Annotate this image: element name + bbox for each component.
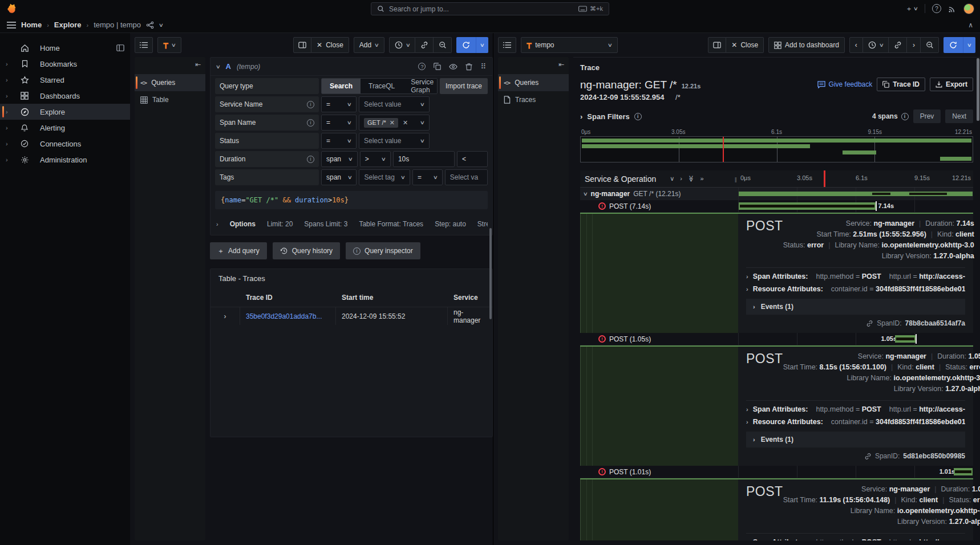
span-bar[interactable] bbox=[739, 202, 876, 210]
info-icon[interactable]: i bbox=[634, 113, 642, 120]
left-sidebar-queries[interactable]: <> Queries bbox=[135, 74, 205, 91]
info-icon[interactable]: i bbox=[901, 113, 909, 120]
sidebar-item-starred[interactable]: › Starred bbox=[0, 72, 130, 88]
share-icon[interactable] bbox=[146, 21, 154, 29]
copy-link-button[interactable] bbox=[889, 37, 907, 53]
span-attributes-toggle[interactable]: ›Span Attributes: http.method = POST htt… bbox=[746, 272, 965, 280]
trace-id-button[interactable]: Trace ID bbox=[877, 78, 925, 91]
clear-select-icon[interactable]: ✕ bbox=[403, 119, 408, 127]
close-pane-button[interactable]: ✕ Close bbox=[311, 37, 349, 53]
link-icon[interactable] bbox=[866, 320, 873, 327]
run-interval-chevron[interactable]: ∨ bbox=[476, 37, 488, 53]
expand-one-icon[interactable]: › bbox=[680, 175, 682, 182]
sidebar-item-connections[interactable]: › Connections bbox=[0, 136, 130, 152]
expand-chevron-icon[interactable]: › bbox=[6, 124, 16, 131]
right-pane-scrollbar[interactable] bbox=[977, 58, 979, 121]
split-pane-button[interactable] bbox=[708, 37, 726, 53]
events-toggle[interactable]: ›Events (1) bbox=[746, 299, 965, 315]
import-trace-button[interactable]: Import trace bbox=[440, 78, 488, 94]
span-row[interactable]: !POST (1.01s) 1.01s bbox=[580, 466, 973, 478]
duration-max-operator-select[interactable]: < bbox=[457, 151, 488, 167]
prev-span-button[interactable]: Prev bbox=[913, 109, 941, 123]
breadcrumb-explore[interactable]: Explore bbox=[54, 21, 82, 29]
query-history-button[interactable]: Query history bbox=[273, 242, 340, 259]
collapse-chrome-icon[interactable]: ∧ bbox=[968, 21, 973, 29]
dock-menu-icon[interactable] bbox=[116, 44, 124, 52]
tab-search[interactable]: Search bbox=[322, 79, 361, 93]
sidebar-item-home[interactable]: Home bbox=[0, 40, 130, 56]
duration-value-input[interactable]: 10s bbox=[393, 151, 455, 167]
expand-chevron-icon[interactable]: › bbox=[6, 108, 16, 115]
sidebar-item-alerting[interactable]: › Alerting bbox=[0, 120, 130, 136]
expand-all-icon[interactable]: » bbox=[700, 175, 704, 182]
root-span-bar[interactable] bbox=[739, 192, 973, 196]
duration-scope-select[interactable]: span∨ bbox=[321, 151, 358, 167]
span-row[interactable]: !POST (7.14s) 7.14s bbox=[580, 200, 973, 213]
run-interval-chevron[interactable]: ∨ bbox=[963, 37, 975, 53]
add-query-button[interactable]: ＋Add query bbox=[210, 242, 267, 259]
query-help-icon[interactable]: ? bbox=[418, 63, 426, 70]
right-sidebar-queries[interactable]: <> Queries bbox=[498, 74, 569, 91]
trace-id-link[interactable]: 35be0f3d29a01adda7b... bbox=[246, 312, 322, 320]
collapse-one-icon[interactable]: ∨ bbox=[670, 175, 674, 182]
column-resize-handle[interactable]: ∥ bbox=[735, 177, 738, 182]
time-shift-forward-button[interactable]: › bbox=[907, 37, 921, 53]
span-bar[interactable] bbox=[895, 335, 915, 343]
zoom-out-button[interactable] bbox=[921, 37, 939, 53]
remove-chip-icon[interactable]: ✕ bbox=[390, 119, 395, 127]
breadcrumb-home[interactable]: Home bbox=[21, 21, 42, 29]
status-operator-select[interactable]: =∨ bbox=[321, 133, 357, 149]
events-toggle[interactable]: ›Events (1) bbox=[746, 432, 965, 448]
resource-attributes-toggle[interactable]: ›Resource Attributes: container.id = 304… bbox=[746, 418, 965, 426]
sidebar-item-explore[interactable]: › Explore bbox=[0, 104, 130, 120]
left-pane-scrollbar[interactable] bbox=[489, 228, 492, 319]
add-dropdown-button[interactable]: Add∨ bbox=[354, 37, 384, 53]
service-name-operator-select[interactable]: =∨ bbox=[321, 96, 357, 112]
time-shift-back-button[interactable]: ‹ bbox=[849, 37, 863, 53]
trace-minimap[interactable]: 0μs 3.05s 6.1s 9.15s 12.21s bbox=[580, 129, 973, 162]
next-span-button[interactable]: Next bbox=[945, 109, 973, 123]
status-value-select[interactable]: Select value∨ bbox=[359, 133, 430, 149]
sidebar-item-dashboards[interactable]: › Dashboards bbox=[0, 88, 130, 104]
query-inspector-button[interactable]: iQuery inspector bbox=[346, 242, 420, 259]
tags-value-select[interactable]: Select va bbox=[445, 169, 488, 185]
remove-query-trash-icon[interactable] bbox=[465, 63, 472, 71]
info-icon[interactable]: i bbox=[307, 119, 314, 127]
span-attributes-toggle[interactable]: ›Span Attributes: http.method = POST htt… bbox=[746, 405, 965, 413]
breadcrumb-chevron-down-icon[interactable]: ∨ bbox=[159, 22, 164, 28]
span-bar[interactable] bbox=[954, 468, 973, 475]
span-filters-toggle[interactable]: › Span Filters i bbox=[580, 112, 642, 121]
query-options-row[interactable]: › Options Limit: 20 Spans Limit: 3 Table… bbox=[215, 215, 488, 229]
grafana-logo-icon[interactable] bbox=[6, 3, 17, 14]
mega-menu-icon[interactable] bbox=[7, 22, 16, 29]
sidebar-item-bookmarks[interactable]: › Bookmarks bbox=[0, 56, 130, 72]
tab-traceql[interactable]: TraceQL bbox=[361, 79, 403, 93]
tags-operator-select[interactable]: =∨ bbox=[412, 169, 443, 185]
span-name-operator-select[interactable]: =∨ bbox=[321, 115, 357, 131]
collapse-query-icon[interactable]: ∨ bbox=[216, 64, 221, 70]
expand-chevron-icon[interactable]: › bbox=[6, 140, 16, 147]
add-to-dashboard-button[interactable]: Add to dashboard bbox=[768, 37, 845, 53]
zoom-out-button[interactable] bbox=[434, 37, 452, 53]
right-sidebar-traces[interactable]: Traces bbox=[498, 91, 569, 108]
expand-chevron-icon[interactable]: › bbox=[6, 60, 16, 67]
tags-key-select[interactable]: Select tag∨ bbox=[359, 169, 410, 185]
sidebar-item-administration[interactable]: › Administration bbox=[0, 152, 130, 168]
collapse-children-icon[interactable]: ∨ bbox=[583, 191, 588, 197]
help-icon[interactable]: ? bbox=[932, 4, 941, 13]
copy-link-button[interactable] bbox=[415, 37, 434, 53]
service-name-value-select[interactable]: Select value∨ bbox=[359, 96, 430, 112]
resource-attributes-toggle[interactable]: ›Resource Attributes: container.id = 304… bbox=[746, 285, 965, 293]
span-name-value-select[interactable]: GET /*✕ ✕∨ bbox=[359, 115, 430, 131]
span-attributes-toggle[interactable]: ›Span Attributes: http.method = POST htt… bbox=[746, 538, 965, 540]
expand-chevron-icon[interactable]: › bbox=[6, 92, 16, 99]
query-rows-list-button[interactable] bbox=[135, 37, 153, 53]
info-icon[interactable]: i bbox=[307, 156, 314, 163]
split-pane-button[interactable] bbox=[293, 37, 311, 53]
export-button[interactable]: Export bbox=[930, 78, 973, 91]
news-icon[interactable] bbox=[948, 5, 957, 13]
tags-scope-select[interactable]: span∨ bbox=[321, 169, 357, 185]
drag-handle-icon[interactable]: ⠿ bbox=[480, 62, 487, 71]
collapse-all-icon[interactable]: ≫ bbox=[687, 176, 695, 182]
user-avatar[interactable] bbox=[963, 3, 974, 14]
